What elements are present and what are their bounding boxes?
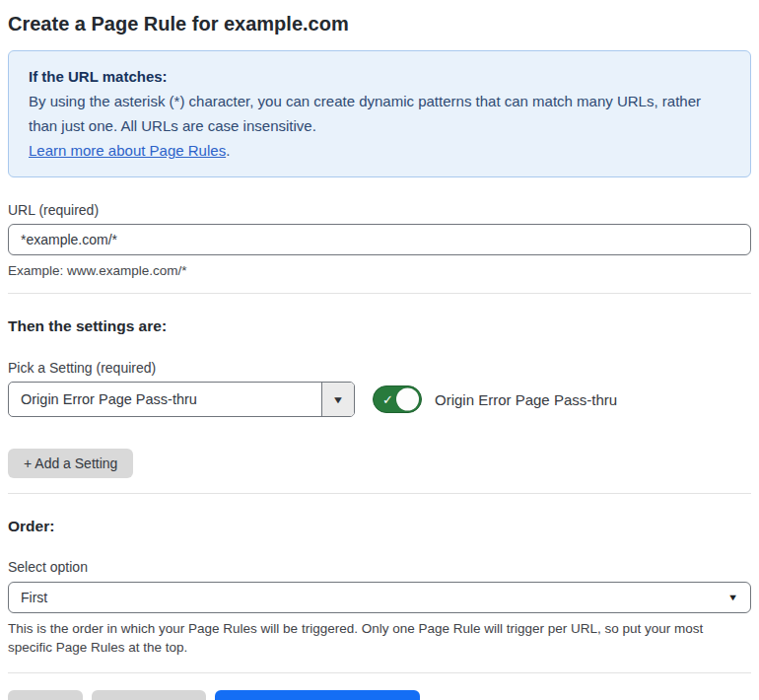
check-icon: ✓ [382, 393, 393, 406]
chevron-down-icon: ▼ [727, 593, 738, 602]
link-period: . [226, 142, 230, 159]
dropdown-arrow-button[interactable]: ▼ [321, 383, 354, 416]
url-input[interactable] [8, 224, 751, 255]
add-setting-button[interactable]: + Add a Setting [8, 449, 133, 478]
info-box-body: By using the asterisk (*) character, you… [29, 89, 730, 138]
info-box-link-line: Learn more about Page Rules. [29, 138, 730, 163]
section-divider [8, 493, 751, 494]
setting-selected-value: Origin Error Page Pass-thru [9, 383, 321, 416]
learn-more-link[interactable]: Learn more about Page Rules [29, 142, 226, 159]
url-field-label: URL (required) [8, 201, 751, 219]
order-section-heading: Order: [8, 517, 751, 535]
page-rule-form: Create a Page Rule for example.com If th… [0, 0, 759, 700]
url-example-helper: Example: www.example.com/* [8, 262, 751, 279]
toggle-label: Origin Error Page Pass-thru [435, 391, 617, 408]
chevron-down-icon: ▼ [332, 394, 345, 405]
order-helper-text: This is the order in which your Page Rul… [8, 619, 751, 657]
order-select[interactable]: First ▼ [8, 582, 751, 613]
footer-actions: Cancel Save as Draft Save and Deploy Pag… [8, 690, 751, 700]
settings-section-heading: Then the settings are: [8, 316, 751, 335]
section-divider [8, 293, 751, 294]
page-title: Create a Page Rule for example.com [8, 10, 751, 37]
footer-divider [8, 672, 751, 673]
info-box-heading: If the URL matches: [29, 64, 730, 89]
setting-row: Origin Error Page Pass-thru ▼ ✓ Origin E… [8, 382, 751, 417]
select-option-label: Select option [8, 558, 751, 576]
save-and-deploy-button[interactable]: Save and Deploy Page Rule [215, 690, 420, 700]
cancel-button[interactable]: Cancel [8, 690, 83, 700]
url-match-info-box: If the URL matches: By using the asteris… [8, 50, 751, 177]
toggle-knob [396, 388, 419, 411]
setting-select-dropdown[interactable]: Origin Error Page Pass-thru ▼ [8, 382, 355, 417]
setting-toggle[interactable]: ✓ [373, 385, 422, 413]
pick-setting-label: Pick a Setting (required) [8, 359, 751, 377]
order-selected-value: First [21, 590, 47, 605]
save-as-draft-button[interactable]: Save as Draft [92, 690, 207, 700]
